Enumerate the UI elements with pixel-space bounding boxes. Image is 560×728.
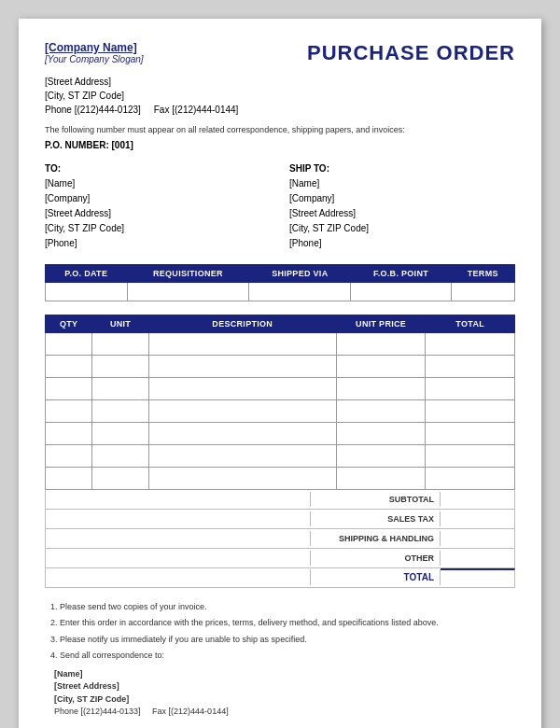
col-shipped-via: SHIPPED VIA	[249, 264, 351, 282]
to-phone: [Phone]	[45, 236, 271, 251]
sales-tax-label: SALES TAX	[310, 511, 441, 526]
po-date-value[interactable]	[46, 282, 128, 301]
po-title: PURCHASE ORDER	[307, 41, 515, 65]
sales-tax-row: SALES TAX	[46, 510, 515, 529]
requisitioner-value[interactable]	[127, 282, 249, 301]
item-cell-3-1[interactable]	[92, 399, 148, 422]
ship-to-phone: [Phone]	[289, 236, 515, 251]
item-cell-0-0[interactable]	[46, 332, 92, 355]
col-qty: QTY	[46, 315, 92, 332]
company-slogan: [Your Company Slogan]	[45, 54, 144, 64]
item-cell-3-3[interactable]	[336, 399, 426, 422]
footer-notes: Please send two copies of your invoice. …	[45, 601, 515, 719]
item-cell-6-1[interactable]	[92, 467, 148, 489]
footer-note-3: Please notify us immediately if you are …	[60, 634, 515, 647]
item-cell-3-4[interactable]	[426, 399, 515, 422]
item-cell-6-4[interactable]	[426, 467, 515, 489]
item-cell-0-3[interactable]	[336, 332, 426, 355]
fob-point-value[interactable]	[351, 282, 451, 301]
col-unit: UNIT	[92, 315, 148, 332]
subtotal-label: SUBTOTAL	[310, 492, 441, 507]
item-cell-1-4[interactable]	[426, 355, 515, 377]
item-cell-2-0[interactable]	[46, 377, 92, 399]
item-cell-4-3[interactable]	[336, 422, 426, 444]
sales-tax-value[interactable]	[441, 510, 515, 528]
footer-note-2: Enter this order in accordance with the …	[60, 617, 515, 630]
item-cell-6-2[interactable]	[148, 467, 336, 489]
item-cell-0-4[interactable]	[426, 332, 515, 355]
item-cell-4-4[interactable]	[426, 422, 515, 444]
col-requisitioner: REQUISITIONER	[127, 264, 249, 282]
item-cell-2-2[interactable]	[148, 377, 336, 399]
item-cell-4-2[interactable]	[148, 422, 336, 444]
header: [Company Name] [Your Company Slogan] PUR…	[45, 41, 515, 65]
item-row-2	[46, 377, 515, 399]
item-cell-4-0[interactable]	[46, 422, 92, 444]
other-row: OTHER	[46, 549, 515, 568]
to-label: TO:	[45, 161, 271, 176]
item-cell-0-2[interactable]	[148, 332, 336, 355]
company-info: [Company Name] [Your Company Slogan]	[45, 41, 144, 64]
item-cell-1-2[interactable]	[148, 355, 336, 377]
footer-note-1: Please send two copies of your invoice.	[60, 601, 515, 614]
item-row-1	[46, 355, 515, 377]
ship-to-company: [Company]	[289, 191, 515, 206]
col-unit-price: UNIT PRICE	[336, 315, 426, 332]
item-cell-2-4[interactable]	[426, 377, 515, 399]
to-street: [Street Address]	[45, 206, 271, 221]
order-details-row	[46, 282, 515, 301]
order-details-table: P.O. DATE REQUISITIONER SHIPPED VIA F.O.…	[45, 264, 515, 301]
item-cell-6-3[interactable]	[336, 467, 426, 489]
col-fob-point: F.O.B. POINT	[351, 264, 451, 282]
footer-fax: Fax [(212)444-0144]	[152, 707, 229, 716]
item-cell-5-4[interactable]	[426, 444, 515, 467]
item-row-3	[46, 399, 515, 422]
item-cell-5-1[interactable]	[92, 444, 148, 467]
shipped-via-value[interactable]	[249, 282, 351, 301]
item-cell-5-0[interactable]	[46, 444, 92, 467]
terms-value[interactable]	[451, 282, 514, 301]
other-label: OTHER	[310, 551, 441, 566]
subtotal-row: SUBTOTAL	[46, 490, 515, 510]
item-row-0	[46, 332, 515, 355]
col-po-date: P.O. DATE	[46, 264, 128, 282]
item-cell-1-0[interactable]	[46, 355, 92, 377]
to-name: [Name]	[45, 176, 271, 191]
notice-text: The following number must appear on all …	[45, 124, 515, 136]
item-cell-4-1[interactable]	[92, 422, 148, 444]
footer-address: [Name] [Street Address] [City, ST ZIP Co…	[45, 668, 515, 719]
company-street: [Street Address]	[45, 75, 515, 89]
footer-contact-name: [Name]	[54, 668, 515, 681]
ship-to-block: SHIP TO: [Name] [Company] [Street Addres…	[289, 161, 515, 251]
item-cell-3-0[interactable]	[46, 399, 92, 422]
item-cell-1-3[interactable]	[336, 355, 426, 377]
other-value[interactable]	[441, 549, 515, 567]
item-cell-5-3[interactable]	[336, 444, 426, 467]
item-cell-1-1[interactable]	[92, 355, 148, 377]
to-city: [City, ST ZIP Code]	[45, 221, 271, 236]
company-phone-fax: Phone [(212)444-0123] Fax [(212)444-0144…	[45, 103, 515, 117]
footer-contact-phone-fax: Phone [(212)444-0133] Fax [(212)444-0144…	[54, 706, 515, 719]
po-number: P.O. NUMBER: [001]	[45, 140, 515, 150]
footer-contact-street: [Street Address]	[54, 680, 515, 693]
item-cell-2-1[interactable]	[92, 377, 148, 399]
to-company: [Company]	[45, 191, 271, 206]
ship-to-street: [Street Address]	[289, 206, 515, 221]
to-block: TO: [Name] [Company] [Street Address] [C…	[45, 161, 271, 251]
item-cell-0-1[interactable]	[92, 332, 148, 355]
total-row: TOTAL	[46, 568, 515, 588]
shipping-value[interactable]	[441, 529, 515, 548]
subtotal-value[interactable]	[441, 490, 515, 509]
items-table: QTY UNIT DESCRIPTION UNIT PRICE TOTAL	[45, 315, 515, 490]
total-value[interactable]	[441, 568, 515, 587]
item-row-5	[46, 444, 515, 467]
item-cell-6-0[interactable]	[46, 467, 92, 489]
col-terms: TERMS	[451, 264, 514, 282]
item-cell-3-2[interactable]	[148, 399, 336, 422]
item-cell-5-2[interactable]	[148, 444, 336, 467]
totals-section: SUBTOTAL SALES TAX SHIPPING & HANDLING O…	[45, 490, 515, 588]
company-fax: Fax [(212)444-0144]	[154, 105, 239, 115]
footer-contact-city: [City, ST ZIP Code]	[54, 693, 515, 707]
company-address: [Street Address] [City, ST ZIP Code] Pho…	[45, 75, 515, 117]
item-cell-2-3[interactable]	[336, 377, 426, 399]
